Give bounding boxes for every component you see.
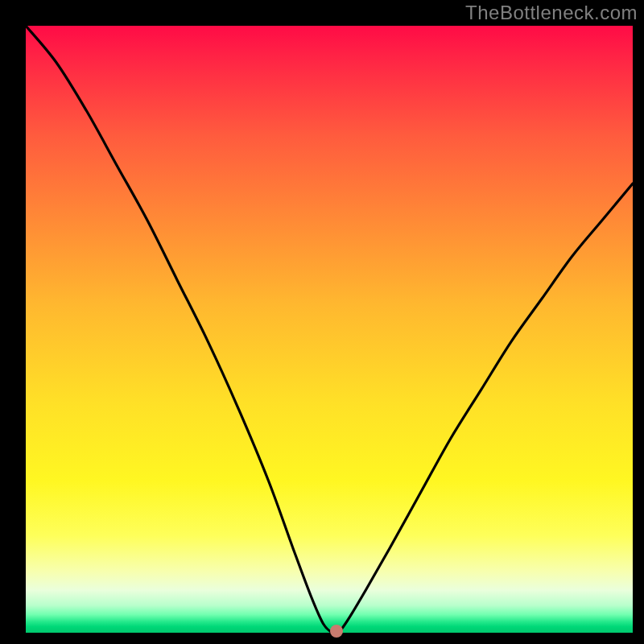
watermark-text: TheBottleneck.com [465, 2, 638, 24]
gradient-background [26, 26, 633, 633]
plot-area [26, 26, 633, 633]
optimal-point-marker [330, 625, 343, 638]
bottleneck-chart: TheBottleneck.com [0, 0, 644, 644]
